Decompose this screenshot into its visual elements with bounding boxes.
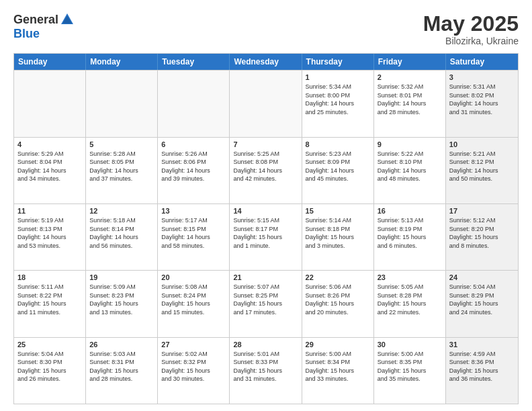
logo-general-text: General [13,13,58,27]
day-number: 8 [306,140,370,148]
subtitle: Bilozirka, Ukraine [423,36,519,46]
day-number: 16 [378,207,442,215]
day-number: 21 [233,273,298,281]
calendar-cell-empty-0-0 [14,71,86,136]
day-info: Sunrise: 5:14 AM Sunset: 8:18 PM Dayligh… [306,216,370,250]
day-info: Sunrise: 5:09 AM Sunset: 8:23 PM Dayligh… [89,283,154,316]
day-number: 15 [306,207,370,215]
day-info: Sunrise: 5:32 AM Sunset: 8:01 PM Dayligh… [378,83,442,116]
calendar-cell-day-25: 25Sunrise: 5:04 AM Sunset: 8:30 PM Dayli… [14,338,86,404]
day-number: 31 [449,340,515,349]
day-info: Sunrise: 5:01 AM Sunset: 8:33 PM Dayligh… [233,350,298,383]
calendar-cell-day-28: 28Sunrise: 5:01 AM Sunset: 8:33 PM Dayli… [230,338,302,404]
calendar-header: SundayMondayTuesdayWednesdayThursdayFrid… [14,54,518,70]
calendar-cell-day-30: 30Sunrise: 5:00 AM Sunset: 8:35 PM Dayli… [374,338,446,404]
calendar-cell-day-6: 6Sunrise: 5:26 AM Sunset: 8:06 PM Daylig… [158,138,230,203]
page: General Blue May 2025 Bilozirka, Ukraine… [0,0,532,411]
day-number: 10 [449,140,515,148]
day-info: Sunrise: 5:03 AM Sunset: 8:31 PM Dayligh… [89,350,154,383]
day-number: 17 [449,207,515,215]
day-info: Sunrise: 5:00 AM Sunset: 8:34 PM Dayligh… [306,350,370,383]
day-number: 14 [233,207,298,215]
day-number: 26 [89,340,154,349]
day-info: Sunrise: 4:59 AM Sunset: 8:36 PM Dayligh… [449,350,515,383]
day-info: Sunrise: 5:26 AM Sunset: 8:06 PM Dayligh… [161,150,226,183]
calendar-cell-day-9: 9Sunrise: 5:22 AM Sunset: 8:10 PM Daylig… [374,138,446,203]
calendar-cell-day-10: 10Sunrise: 5:21 AM Sunset: 8:12 PM Dayli… [446,138,518,203]
title-block: May 2025 Bilozirka, Ukraine [423,12,519,46]
header: General Blue May 2025 Bilozirka, Ukraine [13,12,519,46]
day-number: 19 [89,273,154,281]
header-day-sunday: Sunday [14,54,86,70]
calendar-cell-day-22: 22Sunrise: 5:06 AM Sunset: 8:26 PM Dayli… [302,271,374,336]
day-number: 7 [233,140,298,148]
day-number: 12 [89,207,154,215]
header-day-tuesday: Tuesday [158,54,230,70]
calendar-cell-day-5: 5Sunrise: 5:28 AM Sunset: 8:05 PM Daylig… [86,138,158,203]
day-number: 11 [17,207,82,215]
day-number: 23 [378,273,442,281]
day-info: Sunrise: 5:22 AM Sunset: 8:10 PM Dayligh… [378,150,442,183]
header-day-monday: Monday [86,54,158,70]
calendar-cell-day-29: 29Sunrise: 5:00 AM Sunset: 8:34 PM Dayli… [302,338,374,404]
day-info: Sunrise: 5:02 AM Sunset: 8:32 PM Dayligh… [161,350,226,383]
calendar-row-2: 11Sunrise: 5:19 AM Sunset: 8:13 PM Dayli… [14,203,518,270]
day-info: Sunrise: 5:23 AM Sunset: 8:09 PM Dayligh… [306,150,370,183]
day-info: Sunrise: 5:04 AM Sunset: 8:29 PM Dayligh… [449,283,515,316]
calendar-cell-day-27: 27Sunrise: 5:02 AM Sunset: 8:32 PM Dayli… [158,338,230,404]
day-info: Sunrise: 5:05 AM Sunset: 8:28 PM Dayligh… [378,283,442,316]
header-day-saturday: Saturday [446,54,518,70]
calendar-cell-day-31: 31Sunrise: 4:59 AM Sunset: 8:36 PM Dayli… [446,338,518,404]
calendar-cell-day-8: 8Sunrise: 5:23 AM Sunset: 8:09 PM Daylig… [302,138,374,203]
calendar-cell-day-23: 23Sunrise: 5:05 AM Sunset: 8:28 PM Dayli… [374,271,446,336]
month-title: May 2025 [423,12,519,36]
calendar-cell-day-2: 2Sunrise: 5:32 AM Sunset: 8:01 PM Daylig… [374,71,446,136]
day-number: 27 [161,340,226,349]
day-number: 25 [17,340,82,349]
calendar-cell-day-26: 26Sunrise: 5:03 AM Sunset: 8:31 PM Dayli… [86,338,158,404]
calendar-cell-empty-0-1 [86,71,158,136]
calendar-row-0: 1Sunrise: 5:34 AM Sunset: 8:00 PM Daylig… [14,70,518,136]
day-info: Sunrise: 5:00 AM Sunset: 8:35 PM Dayligh… [378,350,442,383]
header-day-friday: Friday [374,54,446,70]
calendar-cell-day-19: 19Sunrise: 5:09 AM Sunset: 8:23 PM Dayli… [86,271,158,336]
calendar-row-4: 25Sunrise: 5:04 AM Sunset: 8:30 PM Dayli… [14,337,518,404]
calendar-cell-day-4: 4Sunrise: 5:29 AM Sunset: 8:04 PM Daylig… [14,138,86,203]
calendar-cell-day-16: 16Sunrise: 5:13 AM Sunset: 8:19 PM Dayli… [374,204,446,270]
day-number: 20 [161,273,226,281]
day-info: Sunrise: 5:13 AM Sunset: 8:19 PM Dayligh… [378,216,442,250]
calendar-cell-day-14: 14Sunrise: 5:15 AM Sunset: 8:17 PM Dayli… [230,204,302,270]
day-number: 22 [306,273,370,281]
day-info: Sunrise: 5:04 AM Sunset: 8:30 PM Dayligh… [17,350,82,383]
day-info: Sunrise: 5:21 AM Sunset: 8:12 PM Dayligh… [449,150,515,183]
calendar-cell-day-18: 18Sunrise: 5:11 AM Sunset: 8:22 PM Dayli… [14,271,86,336]
day-info: Sunrise: 5:29 AM Sunset: 8:04 PM Dayligh… [17,150,82,183]
calendar-cell-day-11: 11Sunrise: 5:19 AM Sunset: 8:13 PM Dayli… [14,204,86,270]
day-number: 9 [378,140,442,148]
calendar-cell-day-13: 13Sunrise: 5:17 AM Sunset: 8:15 PM Dayli… [158,204,230,270]
day-info: Sunrise: 5:12 AM Sunset: 8:20 PM Dayligh… [449,216,515,250]
calendar: SundayMondayTuesdayWednesdayThursdayFrid… [13,53,519,404]
day-info: Sunrise: 5:15 AM Sunset: 8:17 PM Dayligh… [233,216,298,250]
logo-icon [60,12,75,27]
calendar-cell-day-7: 7Sunrise: 5:25 AM Sunset: 8:08 PM Daylig… [230,138,302,203]
logo-blue-text: Blue [13,27,40,41]
header-day-wednesday: Wednesday [230,54,302,70]
calendar-row-3: 18Sunrise: 5:11 AM Sunset: 8:22 PM Dayli… [14,270,518,336]
day-number: 30 [378,340,442,349]
day-info: Sunrise: 5:18 AM Sunset: 8:14 PM Dayligh… [89,216,154,250]
logo: General Blue [13,12,75,41]
day-number: 2 [378,73,442,81]
day-number: 3 [449,73,515,81]
calendar-cell-empty-0-2 [158,71,230,136]
day-number: 18 [17,273,82,281]
day-info: Sunrise: 5:19 AM Sunset: 8:13 PM Dayligh… [17,216,82,250]
day-number: 29 [306,340,370,349]
calendar-cell-day-15: 15Sunrise: 5:14 AM Sunset: 8:18 PM Dayli… [302,204,374,270]
calendar-cell-day-17: 17Sunrise: 5:12 AM Sunset: 8:20 PM Dayli… [446,204,518,270]
calendar-row-1: 4Sunrise: 5:29 AM Sunset: 8:04 PM Daylig… [14,137,518,203]
day-info: Sunrise: 5:25 AM Sunset: 8:08 PM Dayligh… [233,150,298,183]
day-info: Sunrise: 5:11 AM Sunset: 8:22 PM Dayligh… [17,283,82,316]
day-info: Sunrise: 5:07 AM Sunset: 8:25 PM Dayligh… [233,283,298,316]
day-info: Sunrise: 5:28 AM Sunset: 8:05 PM Dayligh… [89,150,154,183]
